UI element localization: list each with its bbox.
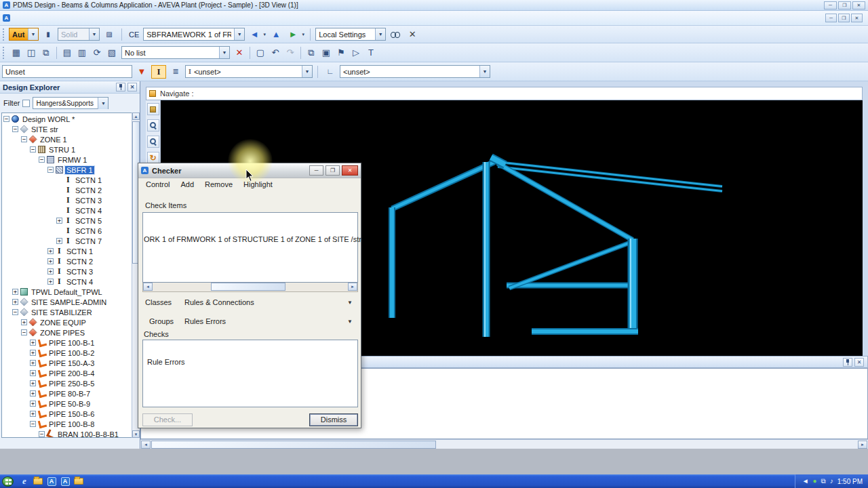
tree-item[interactable]: − SITE STABILIZER (2, 307, 132, 317)
menu-item[interactable] (22, 17, 32, 20)
check-button[interactable]: Check... (142, 413, 193, 426)
check-item[interactable]: ORK 1 of FRMWORK 1 of STRUCTURE 1 of ZON… (143, 235, 357, 243)
explorer-folder-icon[interactable] (72, 476, 85, 487)
expand-toggle-icon[interactable]: + (30, 411, 36, 417)
refresh-list-icon[interactable]: ⟳ (90, 46, 104, 60)
search-icon[interactable] (388, 28, 403, 41)
profile-spec-combo[interactable]: I <unset> ▼ (185, 65, 313, 78)
zoom-window-icon[interactable] (147, 136, 159, 148)
expand-toggle-icon[interactable]: + (12, 289, 18, 295)
menu-item[interactable] (41, 17, 51, 20)
flag-icon[interactable]: ⚑ (334, 46, 349, 60)
menu-item[interactable] (165, 17, 174, 20)
current-element-combo[interactable]: SBFRAMEWORK 1 of FRMW ▼ (143, 28, 245, 41)
close-panel-icon[interactable]: ✕ (127, 83, 137, 92)
dismiss-button[interactable]: Dismiss (309, 413, 358, 426)
scroll-up-icon[interactable]: ▲ (132, 113, 140, 120)
menu-item[interactable] (51, 17, 60, 20)
tree-item[interactable]: − BRAN 100-B-8-B1 (2, 429, 132, 438)
restore-icon[interactable]: ❐ (838, 1, 851, 9)
aveva-app-icon[interactable]: A (45, 476, 58, 487)
tree-item[interactable]: − Design WORL * (2, 114, 132, 124)
navigate-forward-icon[interactable]: ► (285, 28, 300, 41)
chevron-down-icon[interactable]: ▼ (301, 33, 305, 37)
representation-combo[interactable]: Solid ▼ (58, 28, 100, 41)
navigate-back-icon[interactable]: ◄ (247, 28, 262, 41)
tree-item[interactable]: + PIPE 50-B-9 (2, 399, 132, 409)
menu-item[interactable]: Highlight (238, 180, 278, 189)
tree-item[interactable]: + SCTN 2 (2, 256, 132, 266)
expand-toggle-icon[interactable]: + (30, 370, 36, 376)
tree-item[interactable]: + SCTN 5 (2, 216, 132, 226)
padlock-icon[interactable]: ▮ (41, 28, 56, 41)
tree-item[interactable]: − SITE str (2, 124, 132, 134)
tree-item[interactable]: SCTN 2 (2, 185, 132, 195)
expand-toggle-icon[interactable]: − (30, 146, 36, 152)
tree-item[interactable]: + PIPE 100-B-1 (2, 338, 132, 348)
expand-toggle-icon[interactable]: + (30, 360, 36, 366)
dialog-maximize-icon[interactable]: ❐ (326, 165, 340, 176)
internet-explorer-icon[interactable]: e (18, 476, 31, 487)
model-cube-icon[interactable] (147, 103, 159, 115)
expand-toggle-icon[interactable]: + (56, 238, 62, 244)
expand-toggle-icon[interactable]: − (21, 329, 27, 336)
tree-item[interactable]: + PIPE 100-B-2 (2, 348, 132, 358)
measure-icon[interactable]: T (363, 46, 378, 60)
pin-icon[interactable] (843, 358, 852, 367)
scroll-down-icon[interactable]: ▼ (132, 430, 140, 438)
expand-toggle-icon[interactable]: + (30, 380, 36, 386)
security-icon[interactable]: ● (813, 478, 817, 485)
tree-item[interactable]: + SCTN 4 (2, 277, 132, 287)
checker-title-bar[interactable]: A Checker ─ ❐ ✕ (138, 163, 361, 178)
spec-lines-icon[interactable]: ≣ (168, 65, 183, 79)
justification-icon[interactable]: ∟ (323, 65, 338, 79)
tree-item[interactable]: + ZONE EQUIP (2, 317, 132, 327)
close-icon[interactable]: ✕ (852, 1, 865, 9)
expand-toggle-icon[interactable]: − (3, 116, 9, 122)
menu-item[interactable] (155, 17, 165, 20)
redo-icon[interactable]: ↷ (283, 46, 298, 60)
hide-tray-icon[interactable]: ◄ (802, 478, 809, 485)
profile-ibeam-icon[interactable]: I (151, 65, 166, 79)
tree-item[interactable]: − ZONE 1 (2, 134, 132, 144)
scroll-right-icon[interactable]: ► (858, 441, 867, 449)
chevron-down-icon[interactable]: ▼ (262, 33, 267, 37)
tree-item[interactable]: + SITE SAMPLE-ADMIN (2, 297, 132, 307)
checks-listbox[interactable]: Rule Errors (142, 340, 358, 407)
menu-item[interactable] (136, 17, 146, 20)
scroll-thumb[interactable] (151, 441, 436, 449)
display-window-icon[interactable]: ⧉ (39, 46, 54, 60)
check-items-listbox[interactable]: ORK 1 of FRMWORK 1 of STRUCTURE 1 of ZON… (142, 212, 358, 283)
expand-toggle-icon[interactable]: + (12, 299, 18, 305)
menu-item[interactable] (32, 17, 41, 20)
list-manager-icon[interactable]: ▧ (104, 46, 119, 60)
menu-item[interactable] (98, 17, 108, 20)
scroll-thumb[interactable] (211, 283, 285, 291)
expand-toggle-icon[interactable]: + (30, 401, 36, 407)
expand-toggle-icon[interactable]: − (39, 431, 45, 437)
copy-view-icon[interactable]: ◫ (24, 46, 39, 60)
expand-toggle-icon[interactable]: − (47, 167, 54, 173)
horizontal-scrollbar[interactable]: ◄ ► (140, 439, 868, 449)
expand-toggle-icon[interactable]: − (39, 157, 45, 163)
tree-item[interactable]: − FRMW 1 (2, 155, 132, 165)
groups-combo[interactable]: Rules Errors ▼ (184, 316, 353, 327)
zoom-in-icon[interactable] (147, 119, 159, 131)
pin-icon[interactable] (116, 83, 125, 92)
save-list-icon[interactable]: ▤ (60, 46, 75, 60)
tree-item[interactable]: − SBFR 1 (2, 165, 132, 175)
open-list-icon[interactable]: ▥ (75, 46, 90, 60)
volume-icon[interactable]: ♪ (830, 478, 833, 485)
expand-toggle-icon[interactable]: + (30, 350, 36, 356)
justification-combo[interactable]: <unset> ▼ (340, 65, 490, 78)
tree-item[interactable]: + SCTN 1 (2, 246, 132, 256)
paint-settings-icon[interactable]: ▨ (102, 28, 117, 41)
expand-toggle-icon[interactable]: + (56, 218, 62, 224)
aveva-app-icon-2[interactable]: A (58, 476, 72, 487)
network-icon[interactable]: ⧉ (821, 478, 826, 485)
tree-item[interactable]: − ZONE PIPES (2, 327, 132, 338)
expand-toggle-icon[interactable]: + (21, 319, 27, 325)
tree-item[interactable]: + SCTN 3 (2, 266, 132, 277)
fence-select-icon[interactable]: ▢ (253, 46, 268, 60)
expand-toggle-icon[interactable]: + (47, 279, 54, 285)
